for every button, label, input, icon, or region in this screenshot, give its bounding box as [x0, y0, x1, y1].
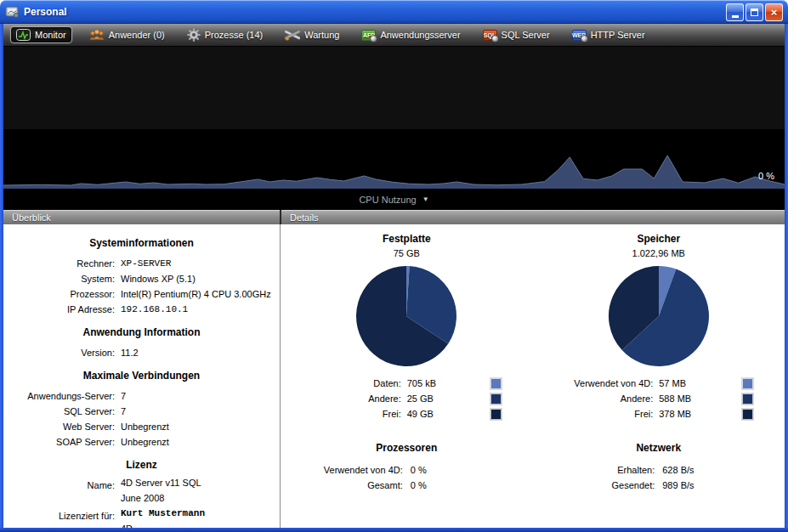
- legend-row: Verwendet von 4D: 57 MB: [564, 376, 753, 391]
- tools-icon: [285, 29, 300, 41]
- section-title: Maximale Verbindungen: [3, 370, 280, 382]
- close-button[interactable]: ×: [765, 3, 783, 21]
- festplatte-pie-chart: [355, 265, 457, 367]
- festplatte-title: Festplatte: [383, 233, 431, 245]
- gear-icon: [187, 28, 201, 42]
- speicher-column: Speicher 1.022,96 MB Verwendet von 4D: 5…: [533, 233, 785, 528]
- legend-row: Andere: 25 GB: [312, 391, 502, 406]
- info-row: Web Server: Unbegrenzt: [3, 419, 280, 434]
- tab-sql-server[interactable]: SQL SQL Server: [478, 28, 555, 42]
- tab-label: Anwender (0): [109, 30, 165, 40]
- tab-label: Anwendungsserver: [380, 30, 460, 40]
- minimize-icon: [732, 15, 739, 18]
- stat-row: Verwendet von 4D: 0 %: [281, 462, 533, 478]
- window-title: Personal: [24, 6, 67, 18]
- monitor-graph-icon: [16, 29, 31, 41]
- toolbar: Monitor Anwender (0): [3, 24, 785, 47]
- legend-row: Andere: 588 MB: [564, 391, 753, 406]
- tab-prozesse[interactable]: Prozesse (14): [182, 26, 268, 43]
- speicher-pie-chart: [608, 265, 710, 367]
- info-row: IP Adresse: 192.168.10.1: [3, 302, 280, 317]
- details-header: Details: [281, 210, 785, 224]
- graph-metric-label: CPU Nutzung: [359, 195, 416, 205]
- festplatte-legend: Daten: 705 kB Andere: 25 GB Frei: 49 GB: [312, 376, 502, 422]
- info-row: Anwendungs-Server: 7: [3, 388, 280, 404]
- speicher-legend: Verwendet von 4D: 57 MB Andere: 588 MB F…: [564, 376, 753, 422]
- sql-server-badge-icon: SQL: [483, 30, 497, 41]
- window-border-right: [785, 24, 788, 532]
- info-row: Rechner: XP-SERVER: [3, 256, 280, 271]
- application-server-badge-icon: AFP: [361, 30, 376, 41]
- tab-anwender[interactable]: Anwender (0): [84, 27, 170, 42]
- info-row: Lizenziert für: Kurt Mustermann 4D: [3, 508, 280, 528]
- window-content: Monitor Anwender (0): [3, 24, 785, 528]
- app-icon: [5, 6, 20, 19]
- graph-selector-strip: CPU Nutzung ▼: [3, 189, 785, 210]
- section-title: Lizenz: [3, 459, 280, 471]
- info-row: Name: 4D Server v11 SQL June 2008: [3, 478, 280, 508]
- title-bar[interactable]: Personal ×: [0, 0, 788, 24]
- minimize-button[interactable]: [726, 3, 744, 21]
- info-row: SQL Server: 7: [3, 404, 280, 419]
- legend-swatch: [742, 393, 753, 405]
- panels: Systeminformationen Rechner: XP-SERVER S…: [3, 224, 785, 528]
- overview-panel: Systeminformationen Rechner: XP-SERVER S…: [3, 224, 281, 528]
- tab-label: HTTP Server: [591, 30, 645, 40]
- info-row: System: Windows XP (5.1): [3, 271, 280, 286]
- info-row: SOAP Server: Unbegrenzt: [3, 434, 280, 450]
- legend-swatch: [742, 409, 753, 420]
- app-window: Personal × Monitor: [0, 0, 788, 532]
- tab-label: Monitor: [35, 30, 66, 40]
- tab-label: Wartung: [304, 30, 339, 40]
- speicher-title: Speicher: [637, 233, 680, 245]
- window-controls: ×: [726, 3, 783, 21]
- tab-http-server[interactable]: WEB HTTP Server: [567, 28, 650, 42]
- section-title: Anwendung Information: [3, 326, 280, 338]
- cpu-current-value: 0 %: [758, 171, 774, 181]
- chevron-down-icon: ▼: [422, 195, 429, 203]
- legend-swatch: [742, 378, 753, 389]
- tab-label: SQL Server: [502, 30, 550, 40]
- legend-swatch: [490, 378, 502, 389]
- netzwerk-section: Netzwerk Erhalten: 628 B/s Gesendet: 989…: [533, 442, 785, 493]
- http-server-badge-icon: WEB: [572, 30, 587, 41]
- info-row: Version: 11.2: [3, 345, 280, 360]
- tab-monitor[interactable]: Monitor: [10, 26, 72, 43]
- panel-headers: Überblick Details: [3, 210, 785, 224]
- stat-row: Gesamt: 0 %: [281, 478, 533, 493]
- legend-row: Daten: 705 kB: [312, 376, 502, 391]
- graph-metric-selector[interactable]: CPU Nutzung ▼: [359, 195, 428, 205]
- tab-anwendungsserver[interactable]: AFP Anwendungsserver: [356, 28, 465, 42]
- section-title: Systeminformationen: [3, 237, 280, 249]
- legend-swatch: [490, 393, 502, 405]
- speicher-total: 1.022,96 MB: [632, 248, 685, 258]
- info-row: Prozessor: Intel(R) Pentium(R) 4 CPU 3.0…: [3, 286, 280, 302]
- prozessoren-section: Prozessoren Verwendet von 4D: 0 % Gesamt…: [281, 442, 533, 493]
- legend-row: Frei: 49 GB: [312, 406, 502, 422]
- window-border-bottom: [0, 528, 788, 532]
- cpu-area-chart: [3, 47, 785, 189]
- tab-wartung[interactable]: Wartung: [280, 27, 344, 42]
- cpu-usage-graph: 0 %: [3, 47, 785, 189]
- details-panel: Festplatte 75 GB Daten: 705 kB Andere: 2…: [281, 224, 785, 528]
- close-icon: ×: [771, 7, 778, 18]
- maximize-icon: [751, 8, 758, 16]
- festplatte-total: 75 GB: [394, 248, 420, 258]
- legend-swatch: [490, 409, 502, 420]
- stat-row: Erhalten: 628 B/s: [533, 462, 785, 478]
- users-icon: [89, 29, 105, 41]
- legend-row: Frei: 378 MB: [564, 406, 753, 422]
- maximize-button[interactable]: [745, 3, 763, 21]
- tab-label: Prozesse (14): [205, 30, 263, 40]
- festplatte-column: Festplatte 75 GB Daten: 705 kB Andere: 2…: [281, 233, 533, 528]
- stat-row: Gesendet: 989 B/s: [533, 478, 785, 493]
- overview-header: Überblick: [3, 210, 280, 224]
